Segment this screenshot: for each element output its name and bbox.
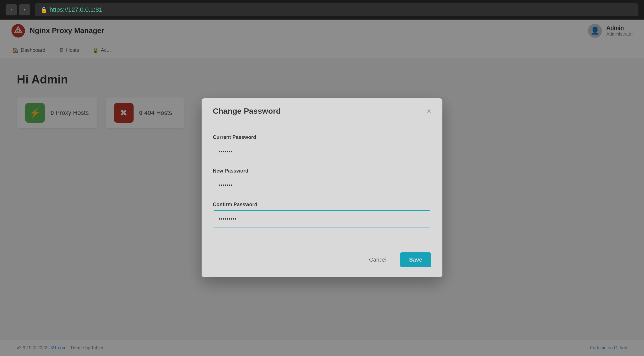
app-container: Nginx Proxy Manager 👤 Admin Administrato… xyxy=(0,20,644,356)
current-password-label: Current Password xyxy=(213,134,431,140)
confirm-password-group: Confirm Password xyxy=(213,202,431,227)
current-password-input[interactable] xyxy=(213,143,431,160)
new-password-label: New Password xyxy=(213,168,431,174)
confirm-password-input[interactable] xyxy=(213,210,431,227)
forward-button[interactable]: › xyxy=(19,4,30,15)
close-button[interactable]: × xyxy=(427,107,431,115)
back-button[interactable]: ‹ xyxy=(6,4,17,15)
new-password-input[interactable] xyxy=(213,177,431,194)
modal-overlay: Change Password × Current Password New P… xyxy=(0,20,644,356)
url-text: https://127.0.0.1:81 xyxy=(50,6,102,13)
browser-bar: ‹ › 🔒 https://127.0.0.1:81 xyxy=(0,0,644,20)
current-password-group: Current Password xyxy=(213,134,431,160)
modal-footer: Cancel Save xyxy=(202,245,442,277)
change-password-modal: Change Password × Current Password New P… xyxy=(202,98,442,277)
address-bar[interactable]: 🔒 https://127.0.0.1:81 xyxy=(35,3,638,16)
new-password-group: New Password xyxy=(213,168,431,194)
cancel-button[interactable]: Cancel xyxy=(360,252,396,267)
lock-icon: 🔒 xyxy=(40,6,47,13)
modal-header: Change Password × xyxy=(202,98,442,124)
save-button[interactable]: Save xyxy=(400,252,431,267)
modal-body: Current Password New Password Confirm Pa… xyxy=(202,124,442,245)
modal-title: Change Password xyxy=(213,107,281,116)
browser-nav: ‹ › xyxy=(6,4,30,15)
confirm-password-label: Confirm Password xyxy=(213,202,431,208)
